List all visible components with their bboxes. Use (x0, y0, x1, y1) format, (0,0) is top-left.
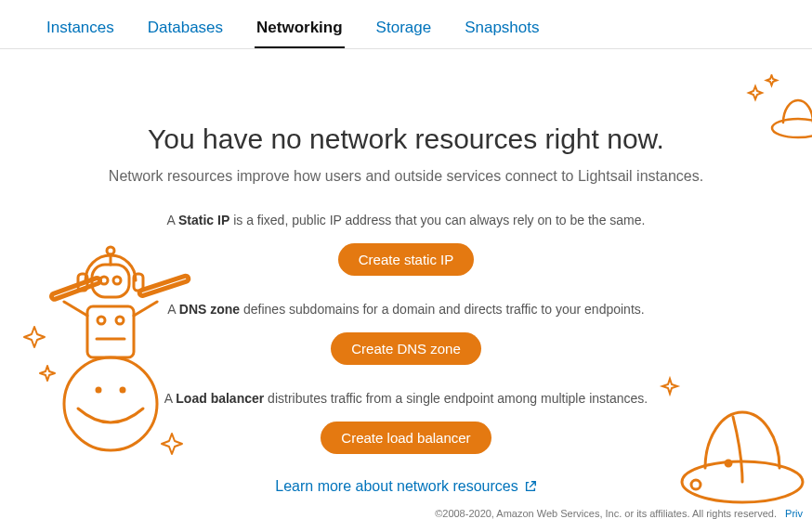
ufo-illustration (654, 361, 812, 510)
external-link-icon (524, 480, 537, 493)
svg-rect-17 (138, 275, 189, 296)
main-tabs: Instances Databases Networking Storage S… (0, 0, 812, 49)
svg-point-21 (772, 119, 812, 137)
svg-rect-7 (92, 265, 129, 297)
svg-rect-3 (87, 306, 134, 357)
footer: ©2008-2020, Amazon Web Services, Inc. or… (435, 508, 803, 519)
svg-point-0 (64, 357, 157, 450)
svg-point-9 (113, 277, 121, 284)
svg-line-16 (134, 302, 157, 316)
privacy-link[interactable]: Priv (785, 508, 803, 519)
svg-point-4 (98, 317, 105, 324)
robot-illustration (13, 214, 199, 464)
learn-more-link[interactable]: Learn more about network resources (275, 478, 536, 495)
svg-point-20 (726, 461, 731, 466)
svg-line-14 (64, 302, 87, 316)
copyright-text: ©2008-2020, Amazon Web Services, Inc. or… (435, 508, 777, 519)
create-load-balancer-button[interactable]: Create load balancer (321, 422, 491, 454)
tab-storage[interactable]: Storage (374, 9, 434, 48)
create-dns-zone-button[interactable]: Create DNS zone (331, 332, 481, 365)
tab-snapshots[interactable]: Snapshots (463, 9, 541, 48)
svg-point-1 (97, 388, 100, 392)
tab-networking[interactable]: Networking (255, 9, 345, 48)
page-title: You have no network resources right now. (0, 123, 812, 155)
tab-databases[interactable]: Databases (146, 9, 225, 48)
svg-point-2 (121, 388, 124, 392)
page-subtitle: Network resources improve how users and … (0, 168, 812, 185)
create-static-ip-button[interactable]: Create static IP (338, 243, 475, 276)
tab-instances[interactable]: Instances (45, 9, 116, 48)
ufo-small-illustration (742, 74, 812, 141)
svg-point-19 (691, 480, 701, 489)
svg-point-13 (107, 247, 114, 254)
svg-point-5 (116, 317, 124, 324)
